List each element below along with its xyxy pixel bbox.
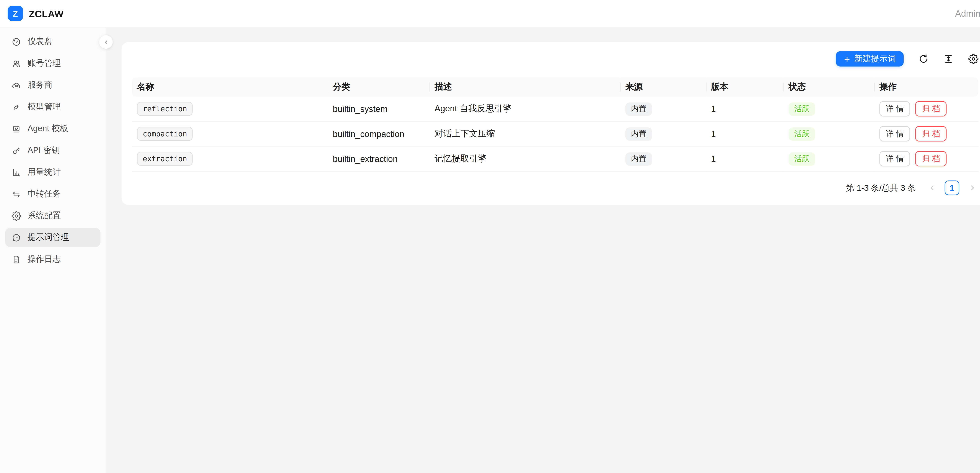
prompt-name-tag: reflection (137, 102, 193, 116)
column-height-icon[interactable] (943, 54, 953, 64)
sidebar-item-label: 提示词管理 (27, 232, 69, 243)
sidebar-item-label: 账号管理 (27, 57, 61, 69)
sidebar-item-label: 操作日志 (27, 253, 61, 265)
prompt-name-tag: extraction (137, 152, 193, 166)
sidebar-item-operation-logs[interactable]: 操作日志 (5, 250, 100, 269)
column-header-actions: 操作 (874, 77, 978, 97)
sidebar-item-agent-templates[interactable]: Agent 模板 (5, 119, 100, 138)
brand-logo-icon: Z (8, 6, 23, 21)
sidebar-item-label: 服务商 (27, 80, 52, 91)
user-menu[interactable]: Admin (955, 8, 980, 18)
detail-button[interactable]: 详 情 (880, 126, 910, 141)
prompt-version-cell: 1 (706, 121, 783, 146)
gear-icon (11, 211, 21, 221)
prompt-category-cell: builtin_extraction (328, 146, 430, 171)
main-content: 新建提示词 名称 分类 描述 来源 (106, 27, 980, 473)
sidebar-item-label: Agent 模板 (27, 123, 68, 134)
prompt-name-tag: compaction (137, 127, 193, 141)
new-prompt-button[interactable]: 新建提示词 (836, 51, 904, 67)
column-header-status: 状态 (783, 77, 874, 97)
prompt-category-cell: builtin_system (328, 97, 430, 121)
bar-chart-icon (11, 167, 21, 177)
table-body: reflection builtin_system Agent 自我反思引擎 内… (132, 97, 978, 171)
source-tag: 内置 (625, 152, 652, 166)
detail-button[interactable]: 详 情 (880, 151, 910, 166)
sidebar-item-label: 仪表盘 (27, 36, 52, 48)
admin-app: Z ZCLAW Admin 仪表盘 账号管理 服务商 模型管理 Agent 模板… (0, 0, 980, 473)
cloud-icon (11, 80, 21, 90)
sidebar-item-usage-stats[interactable]: 用量统计 (5, 162, 100, 182)
chevron-right-icon (969, 184, 976, 191)
table-toolbar: 新建提示词 (132, 51, 978, 67)
sidebar-item-relay-tasks[interactable]: 中转任务 (5, 184, 100, 204)
column-header-description: 描述 (430, 77, 620, 97)
plug-icon (11, 102, 21, 112)
plus-icon (843, 55, 851, 62)
prompt-version-cell: 1 (706, 146, 783, 171)
column-header-source: 来源 (620, 77, 706, 97)
prompt-description-cell: Agent 自我反思引擎 (430, 97, 620, 121)
table-settings-gear-icon[interactable] (968, 54, 978, 64)
sidebar-item-dashboard[interactable]: 仪表盘 (5, 32, 100, 51)
row-actions: 详 情 归 档 (880, 151, 974, 166)
document-icon (11, 255, 21, 264)
column-header-version: 版本 (706, 77, 783, 97)
sidebar-item-label: 模型管理 (27, 101, 61, 113)
row-actions: 详 情 归 档 (880, 126, 974, 141)
pagination-prev-button[interactable] (926, 181, 938, 195)
sidebar-item-label: 中转任务 (27, 188, 61, 200)
sidebar-item-providers[interactable]: 服务商 (5, 75, 100, 95)
table-header-row: 名称 分类 描述 来源 版本 状态 操作 (132, 77, 978, 97)
sidebar-item-label: 系统配置 (27, 210, 61, 221)
chevron-left-icon (928, 184, 935, 191)
table-row: compaction builtin_compaction 对话上下文压缩 内置… (132, 121, 978, 146)
column-header-name: 名称 (132, 77, 328, 97)
reload-icon[interactable] (918, 54, 929, 64)
table-row: extraction builtin_extraction 记忆提取引擎 内置 … (132, 146, 978, 171)
swap-icon (11, 189, 21, 199)
table-row: reflection builtin_system Agent 自我反思引擎 内… (132, 97, 978, 121)
top-header: Z ZCLAW Admin (0, 0, 980, 27)
pagination: 第 1-3 条/总共 3 条 1 (132, 180, 978, 195)
row-actions: 详 情 归 档 (880, 101, 974, 116)
prompt-category-cell: builtin_compaction (328, 121, 430, 146)
new-prompt-button-label: 新建提示词 (854, 53, 896, 65)
prompt-table-card: 新建提示词 名称 分类 描述 来源 (121, 42, 980, 205)
dashboard-icon (11, 37, 21, 46)
sidebar-collapse-button[interactable] (99, 35, 113, 49)
pagination-next-button[interactable] (966, 181, 978, 195)
detail-button[interactable]: 详 情 (880, 101, 910, 116)
users-icon (11, 59, 21, 68)
sidebar: 仪表盘 账号管理 服务商 模型管理 Agent 模板 API 密钥 用量统计 中… (0, 27, 106, 473)
pagination-total-text: 第 1-3 条/总共 3 条 (846, 182, 916, 194)
robot-icon (11, 124, 21, 134)
sidebar-item-api-keys[interactable]: API 密钥 (5, 141, 100, 160)
source-tag: 内置 (625, 102, 652, 116)
column-header-category: 分类 (328, 77, 430, 97)
archive-button[interactable]: 归 档 (915, 126, 947, 141)
sidebar-item-prompt-management[interactable]: 提示词管理 (5, 228, 100, 247)
sidebar-item-label: API 密钥 (27, 145, 60, 156)
key-icon (11, 146, 21, 155)
archive-button[interactable]: 归 档 (915, 151, 947, 166)
prompt-description-cell: 记忆提取引擎 (430, 146, 620, 171)
pagination-page-1[interactable]: 1 (945, 180, 959, 195)
status-badge: 活跃 (789, 102, 815, 116)
chat-icon (11, 233, 21, 242)
sidebar-item-models[interactable]: 模型管理 (5, 97, 100, 116)
sidebar-item-system-config[interactable]: 系统配置 (5, 206, 100, 225)
source-tag: 内置 (625, 127, 652, 140)
sidebar-item-label: 用量统计 (27, 166, 61, 178)
sidebar-nav: 仪表盘 账号管理 服务商 模型管理 Agent 模板 API 密钥 用量统计 中… (5, 32, 100, 269)
brand-name: ZCLAW (29, 8, 64, 19)
status-badge: 活跃 (789, 152, 815, 166)
prompts-table: 名称 分类 描述 来源 版本 状态 操作 reflection builtin_… (132, 77, 978, 172)
prompt-version-cell: 1 (706, 97, 783, 121)
sidebar-item-accounts[interactable]: 账号管理 (5, 54, 100, 73)
archive-button[interactable]: 归 档 (915, 101, 947, 116)
prompt-description-cell: 对话上下文压缩 (430, 121, 620, 146)
chevron-left-icon (103, 39, 109, 45)
status-badge: 活跃 (789, 127, 815, 140)
